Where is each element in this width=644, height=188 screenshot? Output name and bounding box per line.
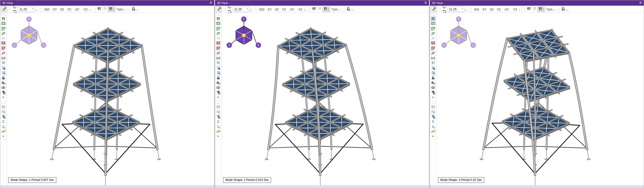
section-outline-button[interactable] — [532, 6, 537, 12]
sum-partial-icon[interactable]: Σ — [1, 124, 6, 129]
structure-outline-icon[interactable] — [1, 61, 6, 65]
expand-more-icon[interactable] — [431, 134, 436, 138]
view-setup-button[interactable] — [216, 6, 222, 12]
results-table-icon[interactable] — [431, 104, 436, 109]
close-icon[interactable]: × — [424, 1, 427, 5]
section-outline-button[interactable] — [102, 6, 108, 12]
results-table-icon[interactable] — [1, 104, 6, 109]
sum-partial-icon[interactable]: Σ — [216, 124, 221, 129]
whole-structure-icon[interactable] — [1, 16, 6, 21]
results-table-search-icon[interactable] — [1, 109, 6, 114]
lock-visibility-icon[interactable] — [216, 80, 221, 85]
sum-icon[interactable]: Σ — [1, 119, 6, 124]
unlock-icon[interactable] — [1, 75, 6, 80]
chevron-down-icon[interactable]: ▾ — [304, 9, 306, 11]
visibility-icon[interactable] — [431, 85, 436, 90]
structure-display-mode-button[interactable]: ▾ — [108, 6, 115, 12]
rotate-plusminus-y-button[interactable]: +Y — [12, 4, 18, 9]
view-green-section-icon[interactable] — [431, 26, 436, 31]
palette-drag-handle[interactable] — [216, 103, 220, 104]
close-icon[interactable]: × — [209, 1, 212, 5]
rotate-minus-x-button[interactable]: -X — [227, 0, 232, 4]
palette-drag-handle[interactable] — [216, 15, 220, 16]
chevron-down-icon[interactable]: ▾ — [465, 9, 466, 11]
sum-icon[interactable]: Σ — [216, 119, 221, 124]
toolbar-drag-handle[interactable] — [129, 7, 130, 11]
sum-icon[interactable]: Σ — [431, 119, 436, 124]
view-green-diagonal-icon[interactable] — [216, 31, 221, 36]
chevron-down-icon[interactable]: ▾ — [566, 9, 568, 11]
view-red-section-icon[interactable] — [216, 46, 221, 51]
results-table-icon[interactable] — [216, 104, 221, 109]
results-filter-icon[interactable] — [1, 114, 6, 119]
structure-dim-icon[interactable] — [216, 36, 221, 41]
renumber-members-icon[interactable] — [216, 56, 221, 60]
chevron-down-icon[interactable]: ▾ — [338, 9, 340, 11]
chevron-down-icon[interactable]: ▾ — [36, 9, 36, 11]
renumber-members-icon[interactable] — [1, 56, 6, 60]
toolbar-drag-handle[interactable] — [558, 7, 560, 11]
structure-outline-icon[interactable] — [216, 61, 221, 65]
structure-dim-icon[interactable] — [1, 36, 6, 41]
view-green-diagonal-icon[interactable] — [1, 31, 6, 36]
chevron-down-icon[interactable]: ▾ — [250, 9, 252, 11]
model-viewport[interactable]: YZX Mode Shape: 2 Period 0.514 Sec — [222, 13, 429, 185]
whole-structure-icon[interactable] — [216, 16, 221, 21]
view-xy-button[interactable]: XY — [481, 8, 488, 11]
rotate-plusminus-y-button[interactable]: +Y — [442, 4, 447, 9]
lock-visibility-icon[interactable] — [1, 80, 6, 85]
view-red-box-icon[interactable] — [1, 41, 6, 46]
chevron-down-icon[interactable]: ▾ — [553, 9, 554, 11]
view-save-icon[interactable] — [1, 70, 6, 75]
view-green-box-icon[interactable] — [1, 21, 6, 26]
view-red-box-icon[interactable] — [216, 41, 221, 46]
toolbar-drag-handle[interactable] — [440, 7, 441, 11]
deflected-shape-button[interactable] — [526, 6, 532, 12]
expand-more-icon[interactable] — [431, 95, 436, 99]
toolbar-drag-handle[interactable] — [470, 7, 472, 11]
toolbar-drag-handle[interactable] — [95, 7, 96, 11]
view-yz-button[interactable]: YZ — [495, 8, 502, 11]
view-red-diagonal-icon[interactable] — [216, 51, 221, 55]
view-red-box-icon[interactable] — [431, 41, 436, 46]
chevron-down-icon[interactable]: ▾ — [352, 9, 353, 11]
model-viewport[interactable]: YZX Mode Shape: 1 Period 0.547 Sec — [7, 13, 214, 185]
view-green-box-icon[interactable] — [216, 21, 221, 26]
axis-y-label[interactable]: Y — [241, 16, 246, 22]
chevron-down-icon[interactable]: ▾ — [137, 9, 138, 11]
axis-x-label[interactable]: X — [41, 42, 46, 48]
results-filter-icon[interactable] — [216, 114, 221, 119]
rotation-angle-input[interactable] — [448, 7, 460, 11]
view-xz-button[interactable]: XZ — [58, 8, 66, 11]
toolbar-drag-handle[interactable] — [524, 7, 526, 11]
view-yz-button[interactable]: YZ — [280, 8, 288, 11]
view-save-icon[interactable] — [216, 70, 221, 75]
rotation-angle-input[interactable] — [233, 7, 244, 11]
view-save-icon[interactable] — [431, 70, 436, 75]
view-xz-button[interactable]: XZ — [488, 8, 495, 11]
view-minus-yz-button[interactable]: -YZ — [511, 8, 519, 11]
structure-dim-icon[interactable] — [431, 36, 436, 41]
axis-x-label[interactable]: X — [256, 42, 261, 48]
view-xz-button[interactable]: XZ — [273, 8, 280, 11]
rotate-minus-x-button[interactable]: -X — [12, 0, 18, 4]
view-settings-icon[interactable] — [431, 65, 436, 70]
view-green-box-icon[interactable] — [431, 21, 436, 26]
unlock-icon[interactable] — [216, 75, 221, 80]
rotate-minus-x-button[interactable]: -X — [442, 0, 447, 4]
view-settings-icon[interactable] — [216, 65, 221, 70]
whole-structure-icon[interactable] — [431, 16, 436, 21]
view-setup-button[interactable] — [1, 6, 7, 12]
toolbar-drag-handle[interactable] — [310, 7, 311, 11]
view-xy-button[interactable]: XY — [51, 8, 58, 11]
view-yz-button[interactable]: YZ — [66, 8, 73, 11]
toolbar-drag-handle[interactable] — [256, 7, 257, 11]
mode-shape-animation-icon[interactable] — [216, 129, 221, 134]
palette-drag-handle[interactable] — [432, 103, 435, 104]
results-table-search-icon[interactable] — [216, 109, 221, 114]
renumber-members-icon[interactable] — [431, 56, 436, 60]
expand-more-icon[interactable] — [216, 95, 221, 99]
mode-shape-animation-icon[interactable] — [1, 129, 6, 134]
horizontal-scrollbar[interactable] — [215, 185, 429, 188]
view-green-diagonal-icon[interactable] — [431, 31, 436, 36]
